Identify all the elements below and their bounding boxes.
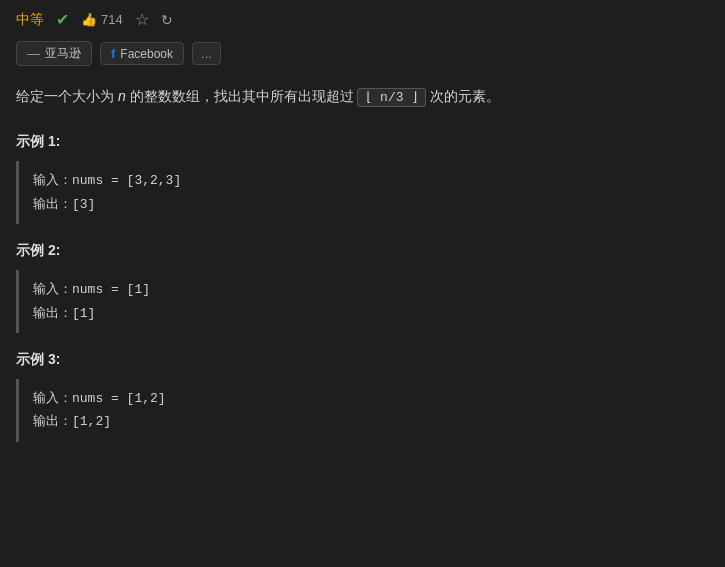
example-3-input: 输入：nums = [1,2] — [33, 387, 695, 410]
example-1-title: 示例 1: — [16, 133, 709, 151]
difficulty-badge: 中等 — [16, 11, 44, 29]
inline-code-n3: ⌊ n/3 ⌋ — [357, 88, 426, 107]
example-1-block: 输入：nums = [3,2,3] 输出：[3] — [16, 161, 709, 224]
amazon-label: 亚马逊 — [45, 45, 81, 62]
star-icon[interactable]: ☆ — [135, 10, 149, 29]
like-count: 714 — [101, 12, 123, 27]
more-tags-button[interactable]: ... — [192, 42, 221, 65]
example-1-output: 输出：[3] — [33, 193, 695, 216]
desc-text3: 次的元素。 — [430, 88, 500, 104]
example-2: 示例 2: 输入：nums = [1] 输出：[1] — [16, 242, 709, 333]
like-count-item: 👍 714 — [81, 12, 123, 27]
example-1: 示例 1: 输入：nums = [3,2,3] 输出：[3] — [16, 133, 709, 224]
examples-container: 示例 1: 输入：nums = [3,2,3] 输出：[3] 示例 2: 输入：… — [16, 133, 709, 441]
facebook-label: Facebook — [120, 47, 173, 61]
like-icon: 👍 — [81, 12, 97, 27]
example-2-output: 输出：[1] — [33, 302, 695, 325]
desc-text1: 给定一个大小为 — [16, 88, 114, 104]
example-3-output: 输出：[1,2] — [33, 410, 695, 433]
more-dots: ... — [201, 46, 212, 61]
facebook-tag[interactable]: f Facebook — [100, 42, 184, 65]
check-icon: ✔ — [56, 10, 69, 29]
example-2-title: 示例 2: — [16, 242, 709, 260]
example-3: 示例 3: 输入：nums = [1,2] 输出：[1,2] — [16, 351, 709, 442]
facebook-logo: f — [111, 46, 115, 61]
refresh-icon[interactable]: ↻ — [161, 12, 173, 28]
amazon-tag[interactable]: — 亚马逊 — [16, 41, 92, 66]
top-bar: 中等 ✔ 👍 714 ☆ ↻ — [16, 10, 709, 29]
example-2-block: 输入：nums = [1] 输出：[1] — [16, 270, 709, 333]
example-1-input: 输入：nums = [3,2,3] — [33, 169, 695, 192]
tag-bar: — 亚马逊 f Facebook ... — [16, 41, 709, 66]
desc-text2: 的整数数组，找出其中所有出现超过 — [130, 88, 358, 104]
desc-italic1: n — [118, 88, 126, 104]
example-3-block: 输入：nums = [1,2] 输出：[1,2] — [16, 379, 709, 442]
problem-description: 给定一个大小为 n 的整数数组，找出其中所有出现超过 ⌊ n/3 ⌋ 次的元素。 — [16, 84, 709, 109]
example-2-input: 输入：nums = [1] — [33, 278, 695, 301]
dash-icon: — — [27, 46, 40, 61]
example-3-title: 示例 3: — [16, 351, 709, 369]
